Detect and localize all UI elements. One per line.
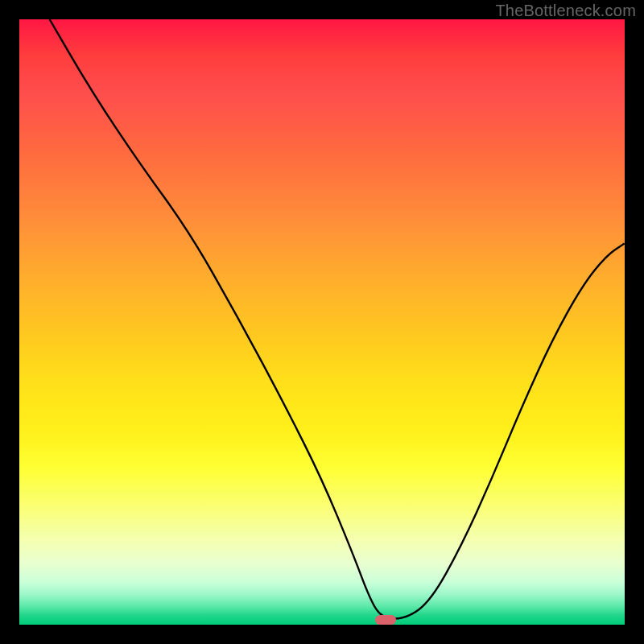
watermark-text: TheBottleneck.com bbox=[495, 2, 636, 20]
optimal-marker bbox=[375, 615, 396, 625]
curve-path bbox=[50, 19, 625, 619]
bottleneck-curve bbox=[19, 19, 625, 625]
